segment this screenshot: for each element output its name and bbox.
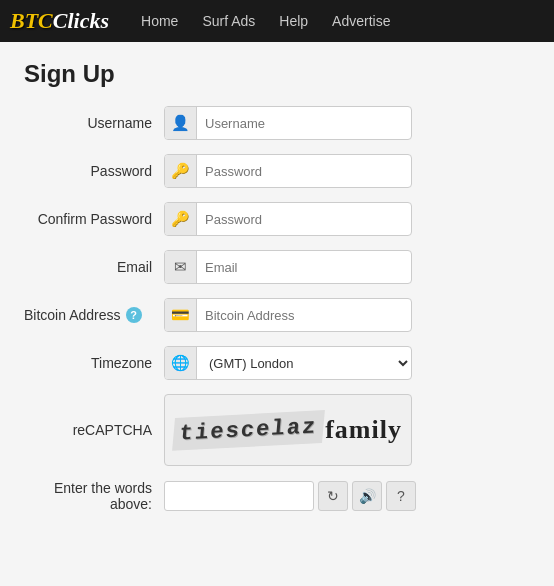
email-input[interactable]	[197, 251, 411, 283]
captcha-image: tiescelaz family	[164, 394, 412, 466]
timezone-select-wrap: 🌐 (GMT) London (GMT) UTC (GMT-5) New Yor…	[164, 346, 412, 380]
confirm-password-icon: 🔑	[165, 202, 197, 236]
captcha-help-button[interactable]: ?	[386, 481, 416, 511]
signup-content: Sign Up Username 👤 Password 🔑 Confirm Pa…	[0, 42, 554, 546]
confirm-password-row: Confirm Password 🔑	[24, 202, 530, 236]
captcha-input-row: Enter the words above: ↻ 🔊 ?	[24, 480, 530, 512]
captcha-word1: tiescelaz	[172, 410, 325, 451]
password-label: Password	[24, 163, 164, 179]
password-input-wrap: 🔑	[164, 154, 412, 188]
bitcoin-help-icon[interactable]: ?	[126, 307, 142, 323]
bitcoin-input[interactable]	[197, 299, 411, 331]
captcha-refresh-button[interactable]: ↻	[318, 481, 348, 511]
email-label: Email	[24, 259, 164, 275]
bitcoin-label: Bitcoin Address	[24, 307, 121, 323]
user-icon: 👤	[165, 106, 197, 140]
logo-btc: BTC	[10, 8, 53, 33]
nav-surf-ads[interactable]: Surf Ads	[190, 0, 267, 42]
bitcoin-input-wrap: 💳	[164, 298, 412, 332]
username-row: Username 👤	[24, 106, 530, 140]
captcha-input-wrap: ↻ 🔊 ?	[164, 481, 416, 511]
logo: BTCClicks	[10, 8, 109, 34]
password-input[interactable]	[197, 155, 411, 187]
bitcoin-row: Bitcoin Address ? 💳	[24, 298, 530, 332]
confirm-password-input-wrap: 🔑	[164, 202, 412, 236]
nav-home[interactable]: Home	[129, 0, 190, 42]
page-title: Sign Up	[24, 60, 530, 88]
username-input-wrap: 👤	[164, 106, 412, 140]
timezone-row: Timezone 🌐 (GMT) London (GMT) UTC (GMT-5…	[24, 346, 530, 380]
email-icon: ✉	[165, 250, 197, 284]
recaptcha-row: reCAPTCHA tiescelaz family	[24, 394, 530, 466]
enter-words-label: Enter the words above:	[24, 480, 164, 512]
confirm-password-label: Confirm Password	[24, 211, 164, 227]
nav-help[interactable]: Help	[267, 0, 320, 42]
globe-icon: 🌐	[165, 346, 197, 380]
username-input[interactable]	[197, 107, 411, 139]
captcha-text-input[interactable]	[164, 481, 314, 511]
email-input-wrap: ✉	[164, 250, 412, 284]
captcha-word2: family	[325, 415, 402, 445]
nav-advertise[interactable]: Advertise	[320, 0, 402, 42]
bitcoin-icon: 💳	[165, 298, 197, 332]
password-row: Password 🔑	[24, 154, 530, 188]
navbar: BTCClicks Home Surf Ads Help Advertise	[0, 0, 554, 42]
timezone-label: Timezone	[24, 355, 164, 371]
logo-clicks: Clicks	[53, 8, 109, 33]
confirm-password-input[interactable]	[197, 203, 411, 235]
recaptcha-label: reCAPTCHA	[24, 422, 164, 438]
bitcoin-label-wrap: Bitcoin Address ?	[24, 307, 164, 323]
username-label: Username	[24, 115, 164, 131]
email-row: Email ✉	[24, 250, 530, 284]
timezone-select[interactable]: (GMT) London (GMT) UTC (GMT-5) New York	[197, 347, 411, 379]
captcha-audio-button[interactable]: 🔊	[352, 481, 382, 511]
password-icon: 🔑	[165, 154, 197, 188]
